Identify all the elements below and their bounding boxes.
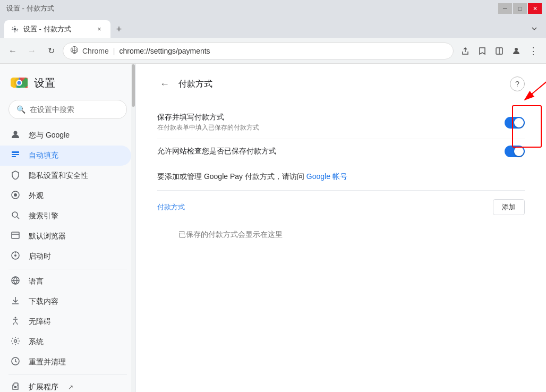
sidebar-item-search[interactable]: 搜索引擎 xyxy=(0,206,131,226)
search-engine-icon xyxy=(11,210,21,222)
sidebar-item-reset-label: 重置并清理 xyxy=(29,357,66,367)
add-payment-button[interactable]: 添加 xyxy=(493,199,525,215)
external-link-icon: ↗ xyxy=(68,384,73,391)
empty-state-message: 已保存的付款方式会显示在这里 xyxy=(178,230,283,238)
sidebar-item-system-label: 系统 xyxy=(29,337,44,347)
settings-title: 设置 xyxy=(34,76,55,90)
reset-icon xyxy=(11,356,21,368)
tab-favicon xyxy=(11,25,19,33)
svg-point-28 xyxy=(14,340,17,343)
sidebar-item-privacy-label: 隐私设置和安全性 xyxy=(29,171,88,181)
save-payment-desc: 在付款表单中填入已保存的付款方式 xyxy=(157,123,505,132)
svg-rect-19 xyxy=(12,232,19,238)
tab-bar: 设置 - 付款方式 × + xyxy=(0,17,546,38)
minimize-button[interactable]: ─ xyxy=(498,3,512,14)
split-view-button[interactable] xyxy=(492,44,507,58)
share-button[interactable] xyxy=(458,44,473,58)
address-bar: ← → ↻ Chrome | chrome://settings/payment… xyxy=(0,38,546,64)
sidebar-item-extensions[interactable]: 扩展程序 ↗ xyxy=(0,377,131,392)
bookmark-button[interactable] xyxy=(475,44,490,58)
sidebar-item-download-label: 下载内容 xyxy=(29,297,58,306)
payment-section-title: 付款方式 xyxy=(157,202,185,212)
save-payment-toggle-row: 保存并填写付款方式 在付款表单中填入已保存的付款方式 xyxy=(157,106,525,139)
url-bar[interactable]: Chrome | chrome://settings/payments xyxy=(63,42,454,59)
sidebar-item-search-label: 搜索引擎 xyxy=(29,211,58,221)
googlepay-text: 要添加或管理 Google Pay 付款方式，请访问 xyxy=(157,172,304,181)
googlepay-row: 要添加或管理 Google Pay 付款方式，请访问 Google 帐号 xyxy=(157,164,525,190)
sidebar-item-language-label: 语言 xyxy=(29,277,44,286)
title-bar: 设置 - 付款方式 ─ □ ✕ xyxy=(0,0,546,17)
address-actions: ⋮ xyxy=(458,44,541,58)
autofill-icon xyxy=(11,150,21,161)
profile-button[interactable] xyxy=(509,44,524,58)
empty-state-text: 已保存的付款方式会显示在这里 xyxy=(157,219,525,250)
search-input[interactable] xyxy=(30,105,123,114)
sidebar-item-google[interactable]: 您与 Google xyxy=(0,125,131,146)
sidebar-item-accessibility[interactable]: 无障碍 xyxy=(0,312,131,332)
settings-search-bar[interactable]: 🔍 xyxy=(8,100,127,119)
sidebar-item-startup[interactable]: 启动时 xyxy=(0,246,131,267)
allow-check-toggle-row: 允许网站检查您是否已保存付款方式 xyxy=(157,139,525,164)
sidebar-item-browser[interactable]: 默认浏览器 xyxy=(0,226,131,246)
tab-title: 设置 - 付款方式 xyxy=(6,4,54,13)
reload-button[interactable]: ↻ xyxy=(44,44,58,58)
appearance-icon xyxy=(11,190,21,202)
extensions-icon xyxy=(11,381,21,392)
save-payment-info: 保存并填写付款方式 在付款表单中填入已保存的付款方式 xyxy=(157,113,505,132)
svg-rect-30 xyxy=(14,386,16,388)
back-to-autofill-button[interactable]: ← xyxy=(157,76,172,91)
sidebar-item-browser-label: 默认浏览器 xyxy=(29,232,66,241)
url-chrome-label: Chrome xyxy=(82,47,109,55)
google-account-link[interactable]: Google 帐号 xyxy=(306,172,347,181)
page-title: 付款方式 xyxy=(178,79,212,90)
url-path: chrome://settings/payments xyxy=(119,47,210,55)
sidebar-item-startup-label: 启动时 xyxy=(29,252,51,261)
allow-check-slider xyxy=(505,146,525,157)
window-controls: ─ □ ✕ xyxy=(498,3,542,14)
sidebar-item-accessibility-label: 无障碍 xyxy=(29,317,51,327)
svg-line-18 xyxy=(17,217,19,219)
save-payment-toggle[interactable] xyxy=(505,117,525,129)
sidebar-item-reset[interactable]: 重置并清理 xyxy=(0,352,131,372)
maximize-button[interactable]: □ xyxy=(513,3,527,14)
browser-icon xyxy=(11,231,21,242)
active-tab[interactable]: 设置 - 付款方式 × xyxy=(4,20,110,38)
sidebar-item-language[interactable]: 语言 xyxy=(0,271,131,292)
tab-list-button[interactable] xyxy=(527,21,542,36)
sidebar-item-appearance[interactable]: 外观 xyxy=(0,186,131,206)
new-tab-button[interactable]: + xyxy=(112,22,126,37)
back-button[interactable]: ← xyxy=(5,44,20,58)
svg-point-5 xyxy=(515,48,518,51)
svg-point-0 xyxy=(14,28,16,31)
svg-point-17 xyxy=(12,212,18,217)
svg-point-27 xyxy=(15,317,16,319)
page-header: ← 付款方式 ? xyxy=(157,76,525,91)
sidebar-item-system[interactable]: 系统 xyxy=(0,332,131,352)
save-payment-label: 保存并填写付款方式 xyxy=(157,113,505,122)
sidebar-scrollbar[interactable] xyxy=(131,64,135,392)
forward-button[interactable]: → xyxy=(24,44,39,58)
svg-rect-13 xyxy=(12,154,19,155)
sidebar-item-appearance-label: 外观 xyxy=(29,191,44,201)
site-security-icon xyxy=(71,46,78,55)
sidebar-item-autofill[interactable]: 自动填充 xyxy=(0,146,131,166)
menu-button[interactable]: ⋮ xyxy=(526,44,541,58)
sidebar-item-extensions-label: 扩展程序 xyxy=(29,382,58,392)
svg-rect-14 xyxy=(12,156,16,157)
help-button[interactable]: ? xyxy=(510,76,525,91)
sidebar-item-privacy[interactable]: 隐私设置和安全性 xyxy=(0,166,131,186)
startup-icon xyxy=(11,251,21,262)
search-icon: 🔍 xyxy=(16,105,25,114)
save-payment-slider xyxy=(505,117,525,129)
sidebar-item-download[interactable]: 下载内容 xyxy=(0,292,131,312)
sidebar-item-google-label: 您与 Google xyxy=(29,131,70,140)
payment-section-header: 付款方式 添加 xyxy=(157,190,525,219)
google-icon xyxy=(11,130,21,141)
close-button[interactable]: ✕ xyxy=(528,3,542,14)
privacy-icon xyxy=(11,170,21,182)
svg-point-22 xyxy=(14,254,16,257)
allow-check-toggle[interactable] xyxy=(505,146,525,157)
tab-close-button[interactable]: × xyxy=(95,24,104,34)
settings-header: 设置 xyxy=(0,68,135,100)
tab-label: 设置 - 付款方式 xyxy=(23,24,71,34)
